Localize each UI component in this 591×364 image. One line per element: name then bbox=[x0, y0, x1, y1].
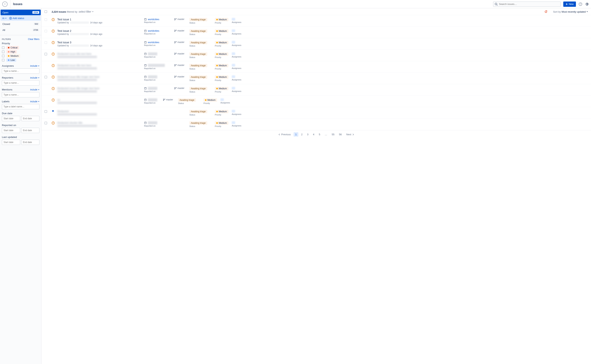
repo-link[interactable]: worldcities bbox=[144, 41, 174, 44]
priority-option-critical[interactable]: Critical bbox=[2, 46, 40, 49]
plus-icon bbox=[565, 3, 568, 5]
next-page-button[interactable]: Next bbox=[345, 132, 356, 136]
assignees-include-toggle[interactable]: include bbox=[30, 65, 40, 67]
repo-link[interactable] bbox=[144, 64, 174, 67]
repo-link[interactable] bbox=[144, 75, 174, 78]
issue-row[interactable]: Redacted shorter title Reported on Await… bbox=[41, 119, 591, 130]
page-number-55[interactable]: 55 bbox=[330, 132, 336, 136]
priority-option-high[interactable]: High bbox=[2, 50, 40, 53]
assignee-avatar[interactable] bbox=[220, 98, 224, 101]
due-date-end[interactable] bbox=[21, 116, 40, 121]
status-filter-closed[interactable]: Closed502 bbox=[0, 21, 41, 27]
reporters-include-toggle[interactable]: include bbox=[30, 77, 40, 79]
status-filter-all[interactable]: All2726 bbox=[0, 27, 41, 33]
page-number-2[interactable]: 2 bbox=[299, 132, 304, 136]
select-all-checkbox[interactable] bbox=[45, 10, 47, 13]
file-icon bbox=[144, 52, 147, 55]
mentions-input[interactable] bbox=[2, 92, 40, 98]
priority-checkbox[interactable] bbox=[2, 59, 5, 61]
reported-on-start[interactable] bbox=[2, 128, 20, 133]
priority-option-medium[interactable]: Medium bbox=[2, 54, 40, 58]
page-number-5[interactable]: 5 bbox=[317, 132, 322, 136]
branch-icon bbox=[174, 18, 177, 20]
issue-title: xx bbox=[57, 98, 144, 101]
labels-include-toggle[interactable]: include bbox=[30, 100, 40, 103]
assignees-input[interactable] bbox=[2, 68, 40, 74]
svg-point-28 bbox=[176, 41, 176, 42]
issue-checkbox[interactable] bbox=[45, 122, 47, 124]
reported-on-label: Reported on bbox=[144, 90, 174, 92]
issue-row[interactable]: Redacted issue title longer text here Re… bbox=[41, 73, 591, 84]
status-label: Status bbox=[189, 125, 215, 127]
issue-row[interactable]: Redacted Awaiting triage Status Medium P… bbox=[41, 107, 591, 119]
settings-icon[interactable] bbox=[585, 2, 589, 6]
issue-row[interactable]: Redacted issue title longer text here Re… bbox=[41, 84, 591, 96]
add-status-button[interactable]: Add status bbox=[9, 17, 24, 20]
labels-input[interactable] bbox=[2, 104, 40, 109]
issue-checkbox[interactable] bbox=[45, 41, 47, 44]
issue-checkbox[interactable] bbox=[45, 110, 47, 113]
issue-checkbox[interactable] bbox=[45, 53, 47, 55]
issue-row[interactable]: Test issue 1Updated by14 days ago worldc… bbox=[41, 15, 591, 27]
issue-row[interactable]: Test issue 2Updated by14 days ago worldc… bbox=[41, 27, 591, 38]
file-icon bbox=[144, 122, 147, 124]
assignee-avatar[interactable] bbox=[232, 75, 235, 78]
issue-checkbox[interactable] bbox=[45, 18, 47, 21]
last-updated-end[interactable] bbox=[21, 140, 40, 145]
repo-link[interactable]: worldcities bbox=[144, 29, 174, 32]
page-number-56[interactable]: 56 bbox=[337, 132, 343, 136]
page-number-4[interactable]: 4 bbox=[311, 132, 316, 136]
svg-rect-24 bbox=[145, 41, 146, 43]
issue-row[interactable]: Redacted issue title text here Reported … bbox=[41, 50, 591, 61]
priority-option-low[interactable]: Low bbox=[2, 58, 40, 62]
assignee-avatar[interactable] bbox=[232, 110, 235, 112]
sort-dropdown[interactable]: Most recently updated bbox=[562, 10, 588, 13]
priority-badge: Medium bbox=[215, 75, 228, 79]
priority-checkbox[interactable] bbox=[2, 55, 5, 57]
app-logo-icon[interactable]: ! bbox=[2, 1, 7, 7]
issue-row[interactable]: Redacted issue title text here Reported … bbox=[41, 61, 591, 73]
last-updated-start[interactable] bbox=[2, 140, 20, 145]
assignee-avatar[interactable] bbox=[232, 41, 235, 44]
alert-icon bbox=[52, 122, 55, 124]
assignees-label: Assignees bbox=[232, 44, 241, 46]
svg-point-50 bbox=[174, 76, 175, 76]
priority-label: Priority bbox=[215, 56, 232, 58]
reporters-input[interactable] bbox=[2, 80, 40, 85]
page-number-3[interactable]: 3 bbox=[305, 132, 310, 136]
issue-meta bbox=[57, 102, 144, 104]
assignee-avatar[interactable] bbox=[232, 52, 235, 55]
issue-row[interactable]: Test issue 3Updated by14 days ago worldc… bbox=[41, 38, 591, 50]
issue-checkbox[interactable] bbox=[45, 30, 47, 32]
due-date-start[interactable] bbox=[2, 116, 20, 121]
svg-rect-8 bbox=[145, 19, 146, 20]
issue-title: Redacted issue title text here bbox=[57, 52, 144, 55]
issue-checkbox[interactable] bbox=[45, 76, 47, 78]
branch-name: master bbox=[178, 75, 184, 78]
select-filter-dropdown[interactable]: select filter bbox=[79, 10, 93, 13]
status-label: Status bbox=[189, 68, 215, 70]
prev-page-button[interactable]: Previous bbox=[277, 132, 292, 136]
help-icon[interactable]: ? bbox=[578, 2, 582, 6]
status-filter-open[interactable]: Open2224 bbox=[0, 10, 41, 15]
mentions-include-toggle[interactable]: include bbox=[30, 88, 40, 91]
assignee-avatar[interactable] bbox=[232, 18, 235, 20]
repo-link[interactable] bbox=[144, 87, 174, 90]
page-number-1[interactable]: 1 bbox=[294, 132, 298, 136]
assignee-avatar[interactable] bbox=[232, 64, 235, 66]
repo-link[interactable] bbox=[144, 121, 174, 124]
clear-filters-link[interactable]: Clear filters bbox=[28, 38, 40, 40]
issue-row[interactable]: xx Reported on master Awaiting triage St… bbox=[41, 96, 591, 107]
new-button[interactable]: New bbox=[563, 1, 576, 7]
assignee-avatar[interactable] bbox=[232, 121, 235, 124]
assignee-avatar[interactable] bbox=[232, 29, 235, 32]
assignee-avatar[interactable] bbox=[232, 87, 235, 90]
refresh-icon[interactable] bbox=[545, 10, 547, 13]
repo-link[interactable] bbox=[144, 52, 174, 55]
priority-checkbox[interactable] bbox=[2, 51, 5, 53]
in-dropdown[interactable]: in bbox=[2, 17, 7, 20]
search-input[interactable] bbox=[493, 1, 561, 7]
reported-on-end[interactable] bbox=[21, 128, 40, 133]
repo-link[interactable]: worldcities bbox=[144, 18, 174, 21]
priority-checkbox[interactable] bbox=[2, 46, 5, 49]
